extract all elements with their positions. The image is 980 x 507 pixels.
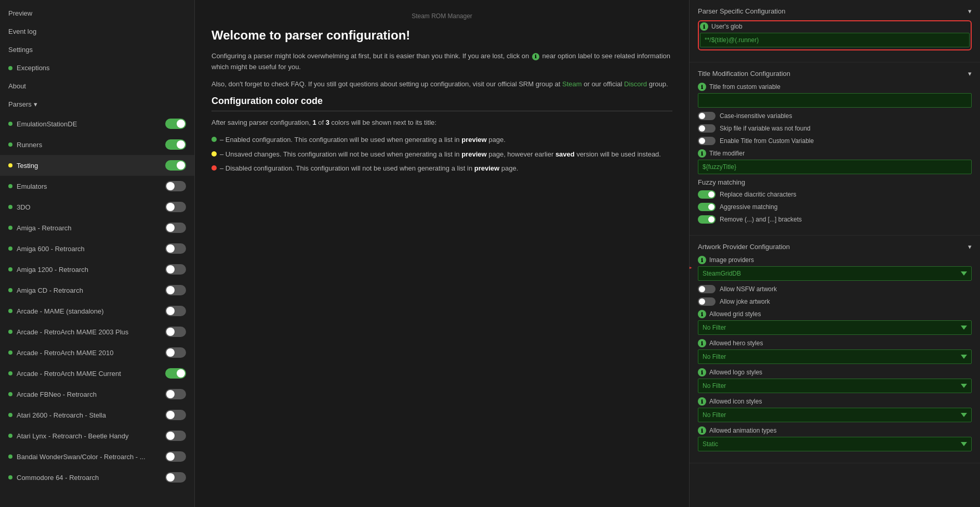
emulationstation-toggle[interactable] bbox=[165, 119, 186, 129]
image-providers-select[interactable]: SteamGridDB bbox=[698, 266, 972, 281]
amiga-1200-toggle[interactable] bbox=[165, 264, 186, 275]
steam-link[interactable]: Steam bbox=[562, 80, 582, 88]
artwork-header[interactable]: Artwork Provider Configuration ▾ bbox=[698, 243, 972, 251]
parser-specific-header[interactable]: Parser Specific Configuration ▾ bbox=[698, 7, 972, 15]
amiga-600-toggle[interactable] bbox=[165, 243, 186, 254]
sidebar-item-atari-2600[interactable]: Atari 2600 - Retroarch - Stella bbox=[0, 405, 194, 425]
skip-if-not-found-toggle[interactable] bbox=[698, 124, 716, 133]
3do-label: 3DO bbox=[17, 203, 31, 211]
allowed-hero-select[interactable]: No Filter bbox=[698, 349, 972, 364]
enable-title-toggle[interactable] bbox=[698, 137, 716, 145]
allowed-hero-info[interactable]: ℹ bbox=[698, 339, 706, 347]
sidebar-item-atari-lynx[interactable]: Atari Lynx - Retroarch - Beetle Handy bbox=[0, 425, 194, 446]
allowed-icon-info[interactable]: ℹ bbox=[698, 397, 706, 406]
sidebar-item-exceptions[interactable]: Exceptions bbox=[0, 59, 194, 77]
arcade-current-toggle[interactable] bbox=[165, 368, 186, 379]
amiga-retroarch-toggle[interactable] bbox=[165, 223, 186, 233]
amiga-cd-toggle[interactable] bbox=[165, 285, 186, 295]
arcade-2003-toggle[interactable] bbox=[165, 327, 186, 337]
arcade-fbneo-dot bbox=[8, 392, 12, 396]
sidebar-item-bandai[interactable]: Bandai WonderSwan/Color - Retroarch - ..… bbox=[0, 446, 194, 467]
title-modifier-input[interactable] bbox=[698, 160, 972, 174]
sidebar-item-about[interactable]: About bbox=[0, 77, 194, 95]
emulators-toggle[interactable] bbox=[165, 181, 186, 191]
sidebar-item-emulators[interactable]: Emulators bbox=[0, 176, 194, 197]
aggressive-toggle[interactable] bbox=[698, 203, 716, 211]
case-insensitive-label: Case-insensitive variables bbox=[720, 112, 792, 120]
sidebar-item-amiga-600[interactable]: Amiga 600 - Retroarch bbox=[0, 238, 194, 259]
amiga-retroarch-dot bbox=[8, 226, 12, 230]
allow-joke-toggle[interactable] bbox=[698, 297, 716, 306]
case-insensitive-toggle[interactable] bbox=[698, 112, 716, 120]
title-mod-chevron: ▾ bbox=[968, 70, 972, 77]
sidebar-item-amiga-1200[interactable]: Amiga 1200 - Retroarch bbox=[0, 259, 194, 280]
sidebar-item-commodore-64[interactable]: Commodore 64 - Retroarch bbox=[0, 467, 194, 488]
allowed-grid-info[interactable]: ℹ bbox=[698, 310, 706, 318]
parsers-header[interactable]: Parsers ▾ bbox=[0, 95, 194, 113]
users-glob-label: User's glob bbox=[711, 23, 743, 30]
sidebar-item-arcade-mame[interactable]: Arcade - MAME (standalone) bbox=[0, 301, 194, 321]
discord-link[interactable]: Discord bbox=[624, 80, 647, 88]
sidebar-item-arcade-2003[interactable]: Arcade - RetroArch MAME 2003 Plus bbox=[0, 321, 194, 342]
sidebar-item-preview[interactable]: Preview bbox=[0, 4, 194, 22]
allowed-icon-select[interactable]: No Filter bbox=[698, 408, 972, 422]
sidebar-item-amiga-cd[interactable]: Amiga CD - Retroarch bbox=[0, 280, 194, 301]
main-content: Steam ROM Manager Welcome to parser conf… bbox=[195, 0, 689, 507]
arcade-mame-toggle[interactable] bbox=[165, 306, 186, 316]
info-icon-inline: ℹ bbox=[532, 53, 539, 60]
sidebar-item-testing[interactable]: Testing bbox=[0, 155, 194, 176]
title-custom-var-info[interactable]: ℹ bbox=[698, 83, 706, 91]
3do-toggle[interactable] bbox=[165, 202, 186, 212]
runners-toggle[interactable] bbox=[165, 139, 186, 150]
topbar-title: Steam ROM Manager bbox=[211, 12, 672, 20]
title-modifier-info[interactable]: ℹ bbox=[698, 149, 706, 158]
skip-if-not-found-label: Skip file if variable was not found bbox=[720, 125, 811, 132]
bandai-toggle[interactable] bbox=[165, 451, 186, 462]
title-mod-section: Title Modification Configuration ▾ ℹ Tit… bbox=[690, 62, 980, 236]
allowed-anim-info[interactable]: ℹ bbox=[698, 426, 706, 435]
allow-joke-label: Allow joke artwork bbox=[720, 298, 770, 305]
atari-lynx-dot bbox=[8, 434, 12, 438]
sidebar-item-runners[interactable]: Runners bbox=[0, 134, 194, 155]
sidebar-item-arcade-2010[interactable]: Arcade - RetroArch MAME 2010 bbox=[0, 342, 194, 363]
atari-lynx-toggle[interactable] bbox=[165, 431, 186, 441]
title-mod-header[interactable]: Title Modification Configuration ▾ bbox=[698, 70, 972, 77]
sidebar-item-amiga-retroarch[interactable]: Amiga - Retroarch bbox=[0, 217, 194, 238]
allowed-logo-info[interactable]: ℹ bbox=[698, 368, 706, 376]
users-glob-info-icon[interactable]: ℹ bbox=[700, 22, 708, 31]
arcade-2003-dot bbox=[8, 330, 12, 334]
sidebar-item-arcade-current[interactable]: Arcade - RetroArch MAME Current bbox=[0, 363, 194, 384]
title-custom-var-input[interactable] bbox=[698, 93, 972, 108]
allowed-grid-select[interactable]: No Filter bbox=[698, 320, 972, 335]
allowed-hero-label-row: ℹ Allowed hero styles bbox=[698, 339, 972, 347]
allow-nsfw-toggle[interactable] bbox=[698, 285, 716, 293]
preview-label: Preview bbox=[8, 9, 32, 17]
arcade-2010-toggle[interactable] bbox=[165, 347, 186, 358]
sidebar-item-settings[interactable]: Settings bbox=[0, 41, 194, 59]
atari-2600-toggle[interactable] bbox=[165, 410, 186, 420]
replace-diacritic-toggle[interactable] bbox=[698, 190, 716, 199]
testing-toggle[interactable] bbox=[165, 160, 186, 171]
allowed-anim-select[interactable]: Static bbox=[698, 437, 972, 451]
arcade-2010-dot bbox=[8, 350, 12, 355]
users-glob-input[interactable] bbox=[700, 33, 970, 47]
allowed-hero-label: Allowed hero styles bbox=[709, 340, 763, 347]
amiga-cd-dot bbox=[8, 288, 12, 292]
arcade-fbneo-toggle[interactable] bbox=[165, 389, 186, 399]
allowed-logo-select[interactable]: No Filter bbox=[698, 379, 972, 393]
atari-2600-dot bbox=[8, 413, 12, 417]
title-modifier-label-row: ℹ Title modifier bbox=[698, 149, 972, 158]
yellow-color-item: – Unsaved changes. This configuration wi… bbox=[211, 149, 672, 160]
sidebar-item-eventlog[interactable]: Event log bbox=[0, 22, 194, 41]
sidebar-item-emulationstation[interactable]: EmulationStationDE bbox=[0, 113, 194, 134]
image-providers-info[interactable]: ℹ bbox=[698, 256, 706, 264]
remove-brackets-toggle[interactable] bbox=[698, 215, 716, 224]
parsers-label: Parsers bbox=[8, 100, 32, 108]
sidebar-item-arcade-fbneo[interactable]: Arcade FBNeo - Retroarch bbox=[0, 384, 194, 405]
allowed-anim-label-row: ℹ Allowed animation types bbox=[698, 426, 972, 435]
intro-paragraph-2: Also, don't forget to check FAQ. If you … bbox=[211, 79, 672, 90]
parser-specific-chevron: ▾ bbox=[968, 7, 972, 15]
sidebar-item-3do[interactable]: 3DO bbox=[0, 197, 194, 217]
red-bullet bbox=[211, 165, 217, 171]
commodore-64-toggle[interactable] bbox=[165, 472, 186, 483]
